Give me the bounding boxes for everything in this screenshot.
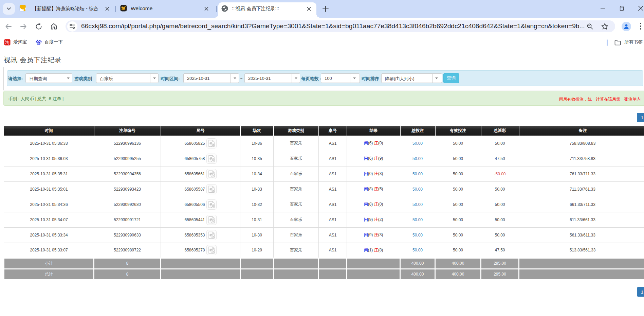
svg-text:du: du (37, 42, 40, 45)
svg-text:淘: 淘 (5, 40, 10, 45)
